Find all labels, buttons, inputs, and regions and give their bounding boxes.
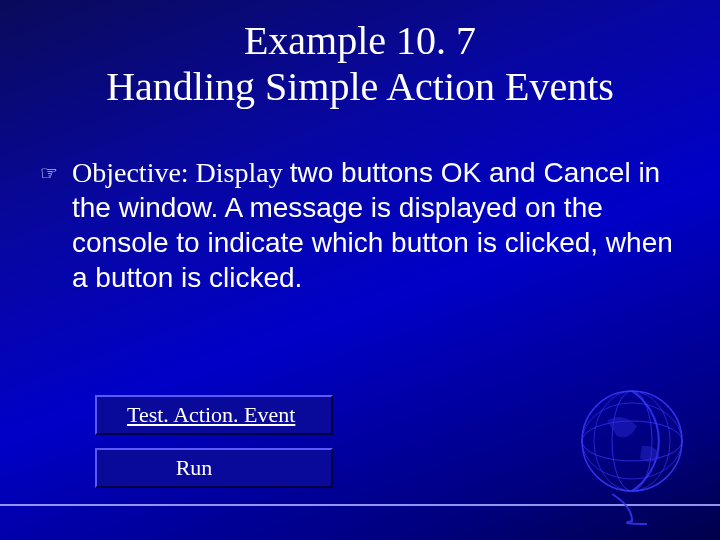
test-action-event-link[interactable]: Test. Action. Event — [95, 395, 333, 435]
svg-point-2 — [612, 391, 652, 491]
run-link[interactable]: Run — [95, 448, 333, 488]
slide-body: ☞ Objective: Display two buttons OK and … — [40, 155, 680, 295]
svg-point-0 — [582, 391, 682, 491]
run-label: Run — [97, 455, 331, 481]
bullet-item: ☞ Objective: Display two buttons OK and … — [40, 155, 680, 295]
pointer-icon: ☞ — [40, 155, 72, 185]
objective-label: Objective: Display — [72, 157, 290, 188]
slide-title: Example 10. 7 Handling Simple Action Eve… — [0, 0, 720, 110]
slide: Example 10. 7 Handling Simple Action Eve… — [0, 0, 720, 540]
title-line-1: Example 10. 7 — [0, 18, 720, 64]
title-line-2: Handling Simple Action Events — [0, 64, 720, 110]
test-action-event-label: Test. Action. Event — [97, 402, 295, 428]
bullet-text: Objective: Display two buttons OK and Ca… — [72, 155, 680, 295]
globe-icon — [562, 366, 692, 526]
svg-point-4 — [582, 403, 682, 479]
